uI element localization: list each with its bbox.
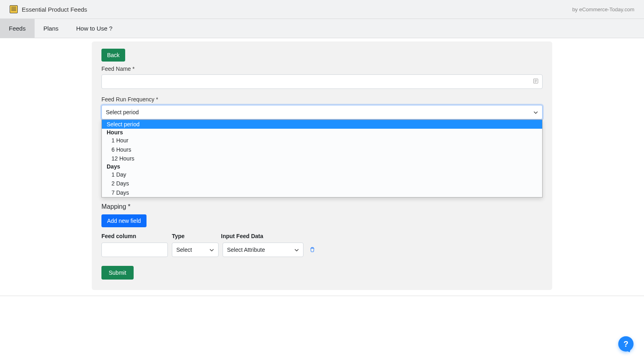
- back-button[interactable]: Back: [101, 49, 125, 62]
- mapping-header-input-feed: Input Feed Data: [221, 233, 302, 239]
- nav-tabs: Feeds Plans How to Use ?: [0, 19, 644, 38]
- form-panel: Back Feed Name * Feed Run Frequency * Se…: [92, 41, 552, 290]
- frequency-label: Feed Run Frequency *: [101, 96, 543, 103]
- frequency-value: Select period: [106, 109, 139, 115]
- frequency-option-6h[interactable]: 6 Hours: [102, 145, 542, 154]
- mapping-type-value: Select: [176, 247, 192, 253]
- mapping-title: Mapping *: [101, 203, 543, 210]
- footer-divider: [0, 296, 644, 296]
- svg-rect-1: [535, 80, 537, 80]
- delete-row-button[interactable]: [308, 247, 317, 253]
- chevron-down-icon: [209, 247, 214, 252]
- app-title: Essential Product Feeds: [22, 6, 87, 13]
- tab-feeds[interactable]: Feeds: [0, 19, 35, 38]
- mapping-header-type: Type: [172, 233, 221, 239]
- frequency-option-1d[interactable]: 1 Day: [102, 170, 542, 179]
- svg-rect-2: [535, 81, 537, 81]
- autofill-icon: [533, 78, 539, 85]
- chevron-down-icon: [294, 247, 299, 252]
- feed-name-label: Feed Name *: [101, 66, 543, 72]
- frequency-option-12h[interactable]: 12 Hours: [102, 154, 542, 163]
- frequency-group-days: Days: [102, 163, 542, 170]
- mapping-input-feed-value: Select Attribute: [227, 247, 265, 253]
- frequency-dropdown[interactable]: Select period Select period Hours 1 Hour…: [101, 105, 543, 119]
- header-byline: by eCommerce-Today.com: [572, 6, 634, 12]
- svg-rect-3: [535, 82, 536, 82]
- frequency-option-1h[interactable]: 1 Hour: [102, 136, 542, 145]
- mapping-feed-column-input[interactable]: [101, 243, 168, 257]
- frequency-option-placeholder[interactable]: Select period: [102, 120, 542, 129]
- chevron-down-icon: [533, 110, 538, 115]
- header: Essential Product Feeds by eCommerce-Tod…: [0, 0, 644, 19]
- frequency-select[interactable]: Select period: [101, 105, 543, 119]
- submit-button[interactable]: Submit: [101, 266, 134, 280]
- feed-name-input[interactable]: [101, 74, 543, 89]
- mapping-input-feed-select[interactable]: Select Attribute: [223, 243, 303, 257]
- header-left: Essential Product Feeds: [10, 5, 87, 13]
- tab-plans[interactable]: Plans: [35, 19, 68, 38]
- frequency-option-7d[interactable]: 7 Days: [102, 188, 542, 197]
- frequency-group-hours: Hours: [102, 129, 542, 136]
- frequency-option-2d[interactable]: 2 Days: [102, 179, 542, 188]
- mapping-type-select[interactable]: Select: [172, 243, 219, 257]
- add-field-button[interactable]: Add new field: [101, 214, 147, 227]
- app-logo-icon: [10, 5, 18, 13]
- mapping-header-feed-column: Feed column: [101, 233, 172, 239]
- frequency-options-list: Select period Hours 1 Hour 6 Hours 12 Ho…: [101, 119, 543, 197]
- tab-how-to-use[interactable]: How to Use ?: [67, 19, 121, 38]
